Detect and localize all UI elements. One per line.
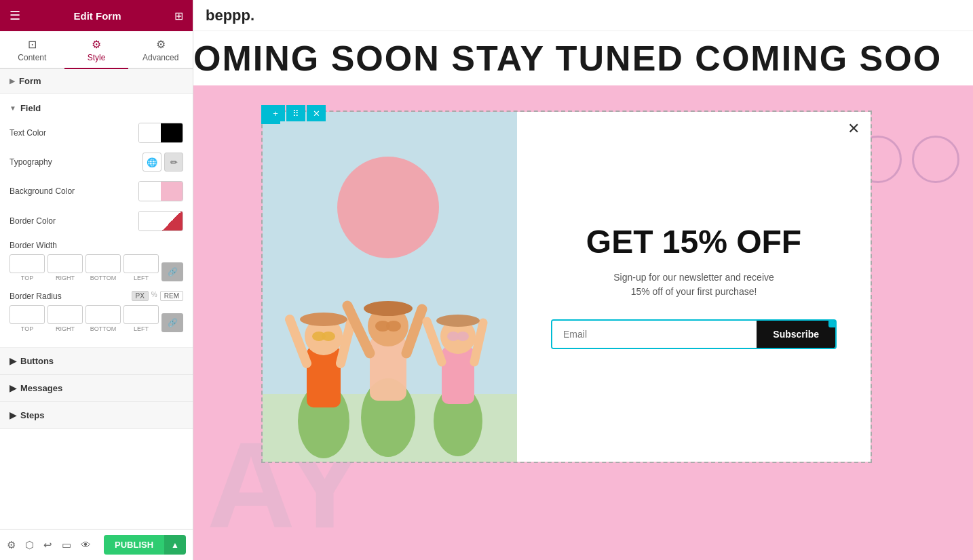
hamburger-icon[interactable]: ☰: [9, 8, 20, 23]
border-color-white-swatch[interactable]: [139, 212, 161, 231]
svg-rect-4: [307, 346, 341, 407]
buttons-section-label: Buttons: [20, 356, 54, 366]
canvas-topbar: beppp.: [193, 0, 973, 31]
popup-title: GET 15% OFF: [586, 224, 801, 260]
field-section: ▼ Field Text Color Typography 🌐 ✏: [0, 94, 193, 348]
border-radius-left-input[interactable]: [123, 305, 159, 324]
popup-subtitle: Sign-up for our newsletter and receive 1…: [613, 271, 774, 299]
visibility-icon[interactable]: 👁: [81, 539, 91, 551]
bg-color-pink-swatch[interactable]: [161, 182, 183, 201]
border-radius-left-group: LEFT: [123, 305, 159, 332]
radius-unit-toggle: PX % REM: [132, 291, 183, 301]
border-width-bottom-input[interactable]: [85, 254, 121, 273]
border-width-right-label: RIGHT: [56, 275, 75, 281]
border-radius-bottom-input[interactable]: [85, 305, 121, 324]
border-radius-left-label: LEFT: [134, 325, 149, 332]
advanced-tab-icon: ⚙: [156, 38, 166, 51]
form-section-label: Form: [19, 76, 41, 86]
typography-edit-btn[interactable]: ✏: [164, 153, 183, 172]
popup-close-button[interactable]: ✕: [847, 120, 860, 138]
border-width-inputs: TOP RIGHT BOTTOM LEFT 🔗: [9, 254, 183, 281]
border-radius-top-input[interactable]: [9, 305, 45, 324]
border-color-swatch[interactable]: [138, 211, 183, 231]
field-section-header[interactable]: ▼ Field: [9, 103, 183, 113]
border-color-diag-swatch[interactable]: [161, 212, 183, 231]
popup-subscribe-button[interactable]: Subscribe: [757, 321, 835, 348]
publish-dropdown-button[interactable]: ▲: [164, 535, 186, 555]
border-width-right-input[interactable]: [47, 254, 83, 273]
border-radius-top-label: TOP: [21, 325, 33, 332]
layers-icon[interactable]: ⬡: [25, 539, 34, 551]
grid-icon[interactable]: ⊞: [174, 9, 183, 22]
border-width-left-input[interactable]: [123, 254, 159, 273]
border-width-link-btn[interactable]: 🔗: [161, 262, 183, 281]
popup-figures-svg: [263, 112, 517, 462]
widget-toolbar: + ⠿ ✕: [266, 105, 326, 121]
tab-advanced[interactable]: ⚙ Advanced: [128, 31, 193, 68]
settings-icon[interactable]: ⚙: [7, 539, 16, 551]
border-color-label: Border Color: [9, 216, 138, 226]
widget-add-btn[interactable]: +: [266, 105, 285, 121]
publish-button[interactable]: PUBLISH: [104, 535, 164, 555]
bg-color-white-swatch[interactable]: [139, 182, 161, 201]
text-color-black-swatch[interactable]: [161, 123, 183, 142]
border-radius-right-label: RIGHT: [56, 325, 75, 332]
history-icon[interactable]: ↩: [43, 539, 52, 551]
border-width-top-group: TOP: [9, 254, 45, 281]
border-radius-right-group: RIGHT: [47, 305, 83, 332]
style-tab-icon: ⚙: [92, 38, 101, 51]
border-radius-link-btn[interactable]: 🔗: [161, 313, 183, 332]
form-section-header[interactable]: ▶ Form: [0, 69, 193, 94]
form-edit-icon[interactable]: ✏: [828, 319, 837, 327]
preview-desktop-icon[interactable]: ▭: [62, 539, 71, 551]
svg-point-9: [322, 332, 335, 341]
border-radius-right-input[interactable]: [47, 305, 83, 324]
popup-email-input[interactable]: [552, 321, 757, 348]
typography-controls: 🌐 ✏: [142, 153, 183, 172]
border-radius-header-row: Border Radius PX % REM: [9, 291, 183, 301]
border-radius-label: Border Radius: [9, 292, 132, 301]
left-panel: ☰ Edit Form ⊞ ⊡ Content ⚙ Style ⚙ Advanc…: [0, 0, 193, 560]
unit-px-btn[interactable]: PX: [132, 291, 149, 301]
marquee-strip: OMING SOON STAY TUNED COMING SOO OMING S…: [193, 31, 973, 85]
form-arrow-icon: ▶: [9, 77, 15, 85]
text-color-white-swatch[interactable]: [139, 123, 161, 142]
border-width-bottom-label: BOTTOM: [90, 275, 116, 281]
steps-section-header[interactable]: ▶ Steps: [0, 402, 193, 429]
border-width-label: Border Width: [9, 241, 183, 250]
text-color-swatch[interactable]: [138, 123, 183, 143]
border-radius-section: Border Radius PX % REM TOP RIGHT: [9, 291, 183, 332]
border-width-section: Border Width TOP RIGHT BOTTOM: [9, 241, 183, 281]
popup-image-panel: [263, 112, 517, 462]
messages-section-header[interactable]: ▶ Messages: [0, 375, 193, 402]
widget-close-btn[interactable]: ✕: [307, 105, 326, 121]
tab-style[interactable]: ⚙ Style: [64, 31, 129, 69]
content-tab-label: Content: [18, 53, 46, 62]
background-color-swatch[interactable]: [138, 181, 183, 201]
unit-rem-btn[interactable]: REM: [160, 291, 183, 301]
svg-point-2: [337, 157, 439, 258]
svg-point-10: [300, 313, 347, 326]
widget-drag-btn[interactable]: ⠿: [286, 105, 305, 121]
popup-subtitle-line1: Sign-up for our newsletter and receive: [613, 272, 774, 283]
text-color-label: Text Color: [9, 128, 138, 138]
border-width-bottom-group: BOTTOM: [85, 254, 121, 281]
border-radius-bottom-label: BOTTOM: [90, 325, 116, 332]
field-section-label: Field: [20, 103, 41, 113]
steps-arrow-icon: ▶: [9, 410, 16, 420]
background-color-row: Background Color: [9, 181, 183, 201]
tab-content[interactable]: ⊡ Content: [0, 31, 64, 68]
typography-global-btn[interactable]: 🌐: [142, 153, 161, 172]
publish-group: PUBLISH ▲: [104, 535, 186, 555]
border-width-left-group: LEFT: [123, 254, 159, 281]
svg-point-26: [436, 315, 480, 327]
panel-tabs: ⊡ Content ⚙ Style ⚙ Advanced: [0, 31, 193, 69]
circle-right: [912, 136, 959, 183]
border-width-top-input[interactable]: [9, 254, 45, 273]
buttons-section-header[interactable]: ▶ Buttons: [0, 348, 193, 375]
style-tab-label: Style: [88, 53, 106, 62]
messages-section-label: Messages: [20, 383, 62, 393]
messages-arrow-icon: ▶: [9, 383, 16, 393]
unit-separator: %: [150, 291, 159, 301]
typography-label: Typography: [9, 157, 142, 167]
